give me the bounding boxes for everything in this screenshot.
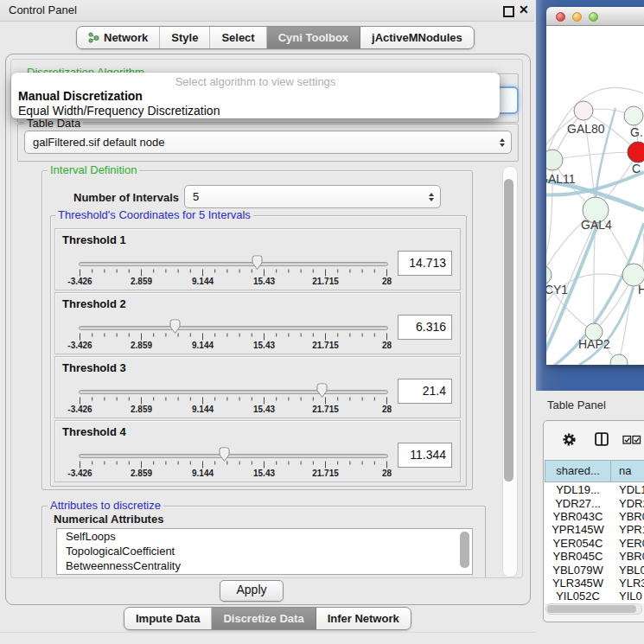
- slider-tick-label: 15.43: [253, 277, 275, 286]
- thresholds-group-title: Threshold's Coordinates for 5 Intervals: [55, 209, 253, 221]
- slider-track[interactable]: [79, 390, 388, 394]
- minimize-traffic-light-icon[interactable]: [572, 12, 582, 22]
- table-cell: YBR045C: [545, 550, 611, 563]
- slider-tick-label: -3.426: [67, 341, 92, 350]
- algorithm-option-manual-discretization[interactable]: Manual Discretization: [11, 89, 500, 104]
- table-row[interactable]: YBR045CYBR0: [545, 550, 644, 563]
- threshold-label: Threshold 4: [62, 425, 126, 438]
- slider-tick-label: 9.144: [192, 405, 214, 414]
- slider-tick-label: 9.144: [192, 469, 214, 478]
- network-node[interactable]: [624, 106, 643, 125]
- slider-tick-label: 2.859: [131, 405, 152, 414]
- table-cell: YLR3: [611, 577, 644, 590]
- close-icon[interactable]: ✕: [519, 3, 529, 16]
- slider-handle-icon[interactable]: [315, 382, 329, 399]
- column-header-shared-name[interactable]: shared...: [545, 460, 611, 482]
- tab-infer-network[interactable]: Infer Network: [316, 608, 411, 629]
- table-row[interactable]: YBL079WYBL0: [545, 563, 644, 576]
- slider-track[interactable]: [79, 454, 388, 458]
- slider-tick-label: 2.859: [131, 469, 152, 478]
- threshold-value-input[interactable]: 14.713: [398, 251, 452, 276]
- table-cell: YDR27...: [545, 497, 611, 510]
- float-window-icon[interactable]: [503, 6, 514, 17]
- table-cell: YBL0: [611, 564, 644, 577]
- zoom-traffic-light-icon[interactable]: [589, 12, 598, 22]
- close-traffic-light-icon[interactable]: [556, 12, 565, 22]
- select-columns-checkboxes-icon[interactable]: [622, 435, 641, 445]
- table-cell: YBR0: [611, 510, 644, 523]
- threshold-value-input[interactable]: 11.344: [398, 443, 452, 468]
- slider-tick-label: 9.144: [192, 341, 214, 350]
- top-tab-bar: NetworkStyleSelectCyni ToolboxjActiveMNo…: [76, 26, 475, 49]
- table-row[interactable]: YER054CYER0: [545, 537, 644, 550]
- table-row[interactable]: YIL052CYIL0: [545, 590, 644, 603]
- table-row[interactable]: YPR145WYPR1: [545, 523, 644, 536]
- table-cell: YPR145W: [545, 523, 611, 536]
- node-label: H: [638, 283, 644, 296]
- table-cell: YIL0: [611, 590, 642, 603]
- table-cell: YBR0: [611, 550, 644, 563]
- tab-label: Cyni Toolbox: [278, 31, 348, 44]
- table-data-combobox[interactable]: galFiltered.sif default node: [24, 131, 512, 154]
- tab-label: Impute Data: [136, 612, 200, 625]
- slider-track[interactable]: [79, 326, 388, 330]
- table-row[interactable]: YDR27...YDR2: [545, 496, 644, 509]
- slider-tick-label: 28: [382, 469, 392, 478]
- threshold-value-input[interactable]: 6.316: [398, 315, 452, 340]
- network-canvas[interactable]: GAL80GAL11GAL4GCY1HHAP2G.C: [546, 26, 644, 365]
- network-node-gcy1[interactable]: [546, 265, 552, 284]
- table-row[interactable]: YBR043CYBR0: [545, 510, 644, 523]
- tab-style[interactable]: Style: [160, 27, 210, 48]
- network-window[interactable]: GAL80GAL11GAL4GCY1HHAP2G.C: [546, 7, 644, 365]
- slider-tick-label: 9.144: [192, 277, 214, 286]
- table-data-group-title: Table Data: [24, 118, 83, 130]
- network-node[interactable]: [628, 142, 644, 163]
- settings-scrollbar-thumb[interactable]: [504, 179, 513, 481]
- slider-tick-label: 21.715: [312, 469, 339, 478]
- network-node-gal80[interactable]: [574, 101, 593, 120]
- slider-tick-label: 28: [382, 341, 392, 350]
- split-columns-icon[interactable]: [595, 432, 609, 446]
- algorithm-dropdown-hint: Select algorithm to view settings: [11, 73, 500, 89]
- attribute-item[interactable]: SelfLoops: [57, 529, 472, 544]
- slider-tick-label: 2.859: [131, 277, 152, 286]
- list-scrollbar-thumb[interactable]: [460, 532, 469, 568]
- interval-group-title: Interval Definition: [48, 164, 139, 176]
- tab-jactivemnodules[interactable]: jActiveMNodules: [360, 27, 474, 48]
- tab-discretize-data[interactable]: Discretize Data: [212, 608, 316, 629]
- table-row[interactable]: YLR345WYLR3: [545, 577, 644, 590]
- numerical-attributes-list[interactable]: SelfLoopsTopologicalCoefficientBetweenne…: [56, 528, 473, 575]
- column-header-name[interactable]: na: [611, 460, 644, 482]
- node-label: GAL80: [567, 122, 605, 136]
- tab-cyni-toolbox[interactable]: Cyni Toolbox: [267, 27, 360, 48]
- table-hscrollbar-thumb[interactable]: [547, 605, 636, 613]
- slider-track[interactable]: [79, 262, 388, 266]
- node-table[interactable]: shared... na YDL19...YDL1YDR27...YDR2YBR…: [545, 460, 644, 603]
- apply-button[interactable]: Apply: [220, 580, 284, 602]
- table-row[interactable]: YDL19...YDL1: [545, 483, 644, 496]
- slider-tick-label: 15.43: [253, 405, 275, 414]
- tab-select[interactable]: Select: [210, 27, 266, 48]
- attribute-item[interactable]: TopologicalCoefficient: [57, 544, 472, 558]
- attribute-item[interactable]: BetweennessCentrality: [57, 558, 472, 573]
- table-cell: YPR1: [611, 523, 644, 536]
- gear-icon[interactable]: [562, 432, 577, 447]
- slider-handle-icon[interactable]: [250, 254, 265, 271]
- tab-impute-data[interactable]: Impute Data: [124, 608, 212, 629]
- node-label: C: [632, 162, 641, 175]
- slider-handle-icon[interactable]: [168, 318, 182, 335]
- algorithm-option-equal-width-frequency-discretization[interactable]: Equal Width/Frequency Discretization: [11, 104, 500, 118]
- node-label: G.: [630, 125, 643, 139]
- table-data-combobox-value: galFiltered.sif default node: [33, 136, 164, 149]
- slider-tick-label: 21.715: [312, 405, 339, 414]
- threshold-value-input[interactable]: 21.4: [398, 379, 452, 404]
- tab-label: jActiveMNodules: [372, 31, 462, 44]
- network-window-titlebar[interactable]: [546, 7, 644, 26]
- slider-tick-label: -3.426: [67, 277, 92, 286]
- table-cell: YER0: [611, 537, 644, 550]
- network-node-gal11[interactable]: [546, 150, 563, 170]
- tab-network[interactable]: Network: [77, 27, 160, 48]
- slider-handle-icon[interactable]: [217, 446, 232, 463]
- num-intervals-combobox[interactable]: 5: [184, 185, 441, 208]
- table-panel-title: Table Panel: [547, 399, 606, 411]
